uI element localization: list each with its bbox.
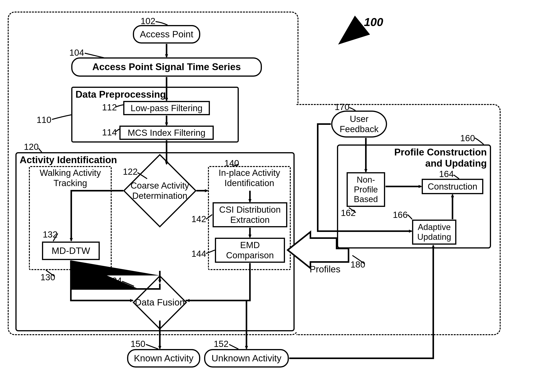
title-walking: Walking Activity Tracking	[30, 168, 111, 188]
node-access-point: Access Point	[133, 25, 200, 43]
node-known: Known Activity	[127, 349, 200, 368]
ref-162: 162	[341, 208, 356, 218]
diamond-coarse: Coarse Activity Determination	[113, 162, 207, 219]
ref-142: 142	[191, 214, 206, 224]
node-signal-series: Access Point Signal Time Series	[71, 57, 262, 77]
text-data-fusion: Data Fusion	[116, 277, 204, 327]
ref-104: 104	[69, 47, 84, 58]
ref-144: 144	[191, 248, 206, 259]
fig-id-label: 100	[364, 15, 383, 29]
ref-152: 152	[214, 339, 229, 349]
text-lowpass: Low-pass Filtering	[130, 103, 202, 113]
title-activity-id: Activity Identification	[20, 154, 117, 166]
ref-114: 114	[102, 127, 117, 138]
text-emd: EMD Comparison	[226, 240, 274, 261]
text-mddtw: MD-DTW	[52, 245, 90, 256]
ref-180: 180	[350, 259, 365, 270]
text-feedback: User Feedback	[340, 114, 379, 134]
text-known: Known Activity	[134, 353, 193, 364]
title-inplace: In-place Activity Identification	[209, 168, 290, 188]
node-lowpass: Low-pass Filtering	[123, 101, 210, 115]
node-unknown: Unknown Activity	[204, 349, 289, 368]
text-csi: CSI Distribution Extraction	[219, 205, 281, 225]
ref-160: 160	[460, 133, 475, 143]
text-signal-series: Access Point Signal Time Series	[92, 61, 241, 73]
node-adaptive: Adaptive Updating	[412, 219, 456, 245]
text-construction: Construction	[428, 182, 477, 192]
text-nonprofile: Non- Profile Based	[354, 175, 378, 204]
text-access-point: Access Point	[140, 29, 193, 39]
title-preproc: Data Preprocessing	[75, 89, 166, 100]
text-mcs: MCS Index Filtering	[128, 128, 205, 138]
text-profiles: Profiles	[310, 264, 340, 275]
ref-110: 110	[37, 115, 51, 125]
node-feedback: User Feedback	[331, 111, 387, 138]
ref-132: 132	[43, 229, 58, 240]
ref-164: 164	[439, 169, 454, 179]
node-csi: CSI Distribution Extraction	[213, 202, 287, 227]
node-nonprofile: Non- Profile Based	[347, 172, 385, 207]
ref-150: 150	[130, 339, 145, 349]
ref-120: 120	[24, 142, 39, 152]
text-unknown: Unknown Activity	[212, 353, 282, 364]
text-adaptive: Adaptive Updating	[417, 222, 451, 242]
ref-112: 112	[102, 102, 117, 112]
ref-130: 130	[40, 272, 55, 282]
ref-102: 102	[141, 16, 155, 26]
node-emd: EMD Comparison	[215, 238, 285, 263]
node-mcs: MCS Index Filtering	[119, 126, 214, 140]
text-coarse: Coarse Activity Determination	[113, 162, 207, 219]
diamond-data-fusion: Data Fusion	[116, 277, 204, 327]
ref-166: 166	[393, 210, 408, 220]
title-profile: Profile Construction and Updating	[394, 147, 487, 169]
node-mddtw: MD-DTW	[42, 242, 100, 260]
node-construction: Construction	[422, 179, 483, 194]
